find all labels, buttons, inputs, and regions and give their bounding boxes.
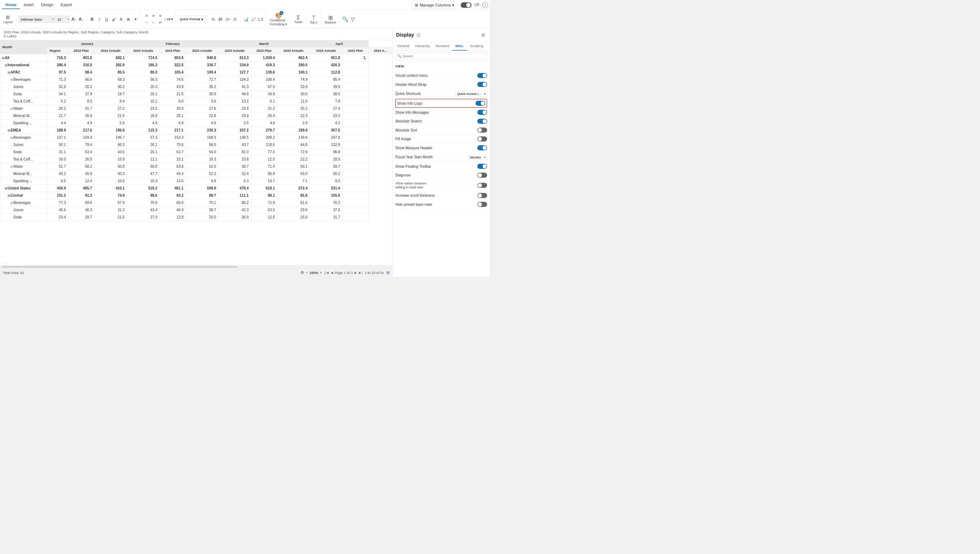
panel-close-button[interactable]: ✕ — [480, 32, 487, 38]
tab-hierarchy[interactable]: Hierarchy — [412, 42, 433, 51]
decimal-inc-btn[interactable]: .0+ — [224, 16, 231, 22]
align-left-btn[interactable]: ≡ — [143, 13, 150, 19]
explorer-button[interactable]: ⊞ Explorer — [323, 13, 338, 25]
cell: 30.9 — [186, 90, 218, 97]
align-center-btn[interactable]: ≡ — [150, 13, 157, 19]
tab-numbers[interactable]: Numbers — [433, 42, 453, 51]
page-prev-btn[interactable]: ◄ — [330, 271, 333, 275]
toggle-show-floating-toolbar[interactable] — [477, 164, 487, 169]
align-wrap-btn[interactable]: ↵ — [157, 19, 164, 26]
setting-label-hide-pinned: Hide pinned base rows — [395, 202, 477, 206]
setting-absolute-sort: Absolute Sort — [395, 126, 487, 135]
font-increase-btn[interactable]: A↑ — [71, 16, 77, 22]
decimal-dec-btn[interactable]: .0- — [232, 16, 238, 22]
table-container[interactable]: Month January February March April Regio… — [0, 40, 393, 268]
quick-format-button[interactable]: Quick Format ▾ — [177, 16, 206, 23]
toggle-hide-pinned-base-rows[interactable] — [477, 202, 487, 207]
row-label-juices-apac: Juices — [0, 83, 47, 90]
totals-button[interactable]: Σ Totals — [293, 14, 304, 25]
filter-icon[interactable]: ▽ — [349, 16, 356, 22]
chart-bar-btn[interactable]: 📊 — [243, 16, 250, 22]
align-outdent-btn[interactable]: ← — [150, 19, 157, 26]
cell: 188.9 — [48, 126, 68, 134]
chart-line-btn[interactable]: 📈 — [250, 16, 257, 22]
toggle-visual-context-menu[interactable] — [477, 73, 487, 78]
underline-btn[interactable]: U — [103, 16, 110, 22]
fiscal-month-chevron-icon[interactable]: ▾ — [482, 154, 487, 160]
manage-columns-button[interactable]: ⊞ Manage Columns ▾ — [412, 1, 458, 9]
chart-spark-btn[interactable]: 1.2 — [258, 16, 264, 22]
italic-btn[interactable]: I — [96, 16, 103, 22]
cell: 90.1 — [48, 141, 68, 148]
toggle-scroll-thickness[interactable] — [477, 193, 487, 198]
grid-view-icon[interactable]: ⊞ — [386, 270, 390, 275]
align-right-btn[interactable]: ≡ — [157, 13, 164, 19]
tab-home[interactable]: Home — [2, 1, 20, 10]
gear-icon[interactable]: ⚙ — [301, 270, 304, 275]
tab-scripting[interactable]: Scripting — [467, 42, 486, 51]
toggle-absolute-search[interactable] — [477, 119, 487, 124]
toggle-absolute-sort[interactable] — [477, 128, 487, 133]
cell: 43.5 — [94, 148, 127, 155]
cell: 316.0 — [68, 61, 94, 69]
conditional-formatting-button[interactable]: 🎨 3 ConditionalFormatting ▾ — [268, 11, 288, 27]
toggle-fill-image[interactable] — [477, 137, 487, 142]
borders-btn[interactable]: ⊞ — [125, 16, 132, 22]
font-decrease-btn[interactable]: A↓ — [78, 16, 84, 22]
page-last-btn[interactable]: ►| — [358, 271, 363, 275]
search-input[interactable] — [403, 54, 485, 58]
bold-btn[interactable]: B — [89, 16, 95, 22]
font-color-btn[interactable]: A — [118, 16, 124, 22]
percent-btn[interactable]: % — [210, 16, 216, 22]
font-size-select[interactable]: 12 — [56, 16, 70, 23]
cell: 57.3 — [127, 134, 160, 141]
zoom-plus-btn[interactable]: + — [319, 270, 323, 275]
tab-export[interactable]: Export — [57, 1, 76, 10]
highlight-btn[interactable]: 🖌 — [111, 16, 117, 22]
align-indent-btn[interactable]: → — [143, 19, 150, 26]
toggle-native-measure-editing[interactable] — [477, 183, 487, 188]
setting-label-scroll-thickness: Increase scroll thickness — [395, 193, 477, 198]
row-label-apac: ⊟APAC — [0, 69, 47, 76]
page-first-btn[interactable]: |◄ — [325, 271, 329, 275]
top-n-button[interactable]: ⊤ Top n — [309, 13, 319, 25]
toggle-show-measure-header[interactable] — [477, 145, 487, 150]
fiscal-month-select[interactable]: January ▾ — [468, 154, 487, 160]
quick-shortcuts-select[interactable]: Quick Access i... ▾ — [455, 91, 487, 97]
effects-btn[interactable]: ✦ — [132, 16, 139, 22]
layout-button[interactable]: ⊞ Layout — [2, 14, 14, 25]
toggle-header-word-wrap[interactable] — [477, 82, 487, 87]
cell: 42.3 — [218, 206, 251, 213]
cell: 50.2 — [310, 170, 342, 177]
tab-design[interactable]: Design — [37, 1, 57, 10]
cell — [342, 192, 369, 199]
dollar-btn[interactable]: $€ — [217, 16, 224, 22]
cell: 47.7 — [127, 170, 160, 177]
cell: 76.3 — [310, 199, 342, 206]
zoom-minus-btn[interactable]: − — [305, 270, 309, 275]
toggle-circle — [478, 173, 482, 177]
toggle-diagnose[interactable] — [477, 173, 487, 178]
toggle-show-info-messages[interactable] — [477, 110, 487, 115]
total-pages: 3 — [351, 271, 353, 275]
toggle-circle — [482, 146, 487, 150]
font-family-select[interactable]: Inforiver Sans — [19, 16, 55, 23]
drag-handle[interactable]: ⋮⋮ — [2, 262, 8, 266]
cell: 14.7 — [251, 177, 277, 184]
table-row: Juices 45.636.331.2 43.446.938.7 42.353.… — [0, 206, 392, 213]
main-toggle[interactable] — [460, 2, 471, 8]
quick-shortcuts-chevron-icon[interactable]: ▾ — [482, 91, 487, 96]
page-next-btn[interactable]: ► — [354, 271, 357, 275]
search-analyze-icon[interactable]: 🔍 — [342, 16, 348, 22]
cell: 63.8 — [160, 163, 186, 170]
scrollbar-thumb[interactable] — [2, 266, 237, 268]
cell: 11.0 — [277, 97, 310, 105]
tab-misc[interactable]: Misc. — [453, 42, 467, 51]
setting-diagnose: Diagnose — [395, 171, 487, 180]
cell: 56.8 — [251, 170, 277, 177]
toggle-show-info-logo[interactable] — [476, 101, 485, 106]
tab-general[interactable]: General — [394, 42, 412, 51]
info-button[interactable]: ℹ — [482, 2, 488, 8]
tab-insert[interactable]: Insert — [20, 1, 38, 10]
horizontal-scrollbar[interactable] — [0, 266, 393, 268]
